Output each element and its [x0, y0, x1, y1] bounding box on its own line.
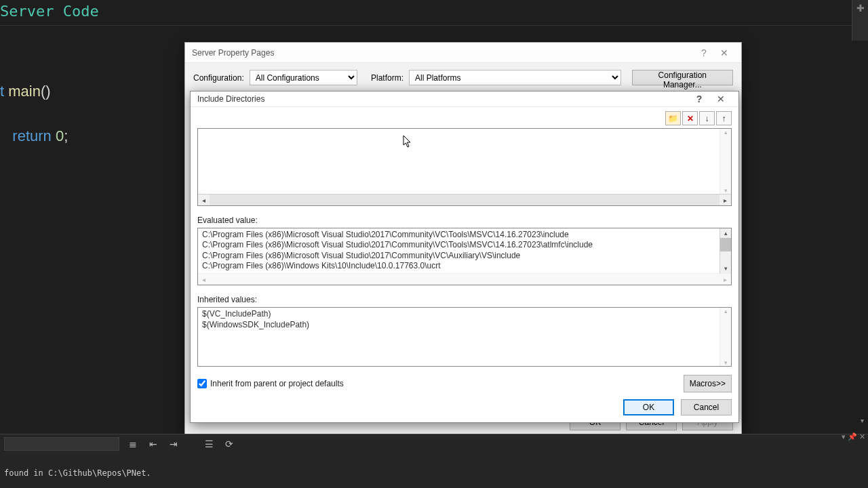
vertical-scrollbar[interactable]: ▴ ▾	[719, 228, 731, 273]
inherit-checkbox-text: Inherit from parent or project defaults	[210, 379, 344, 388]
semicolon: ;	[64, 127, 68, 144]
evaluated-path: C:\Program Files (x86)\Microsoft Visual …	[202, 251, 727, 261]
include-directories-dialog: Include Directories ? ✕ 📁 ✕ ↓ ↑ ▴▾ ◂ ▸ E…	[190, 91, 739, 423]
toolbar-icon[interactable]: ⟳	[222, 437, 236, 451]
inherited-values-box: $(VC_IncludePath) $(WindowsSDK_IncludePa…	[197, 307, 732, 367]
horizontal-scrollbar[interactable]: ◂ ▸	[198, 194, 731, 205]
return-value: 0	[56, 127, 64, 144]
inherit-checkbox-label[interactable]: Inherit from parent or project defaults	[197, 379, 344, 388]
return-keyword: return	[12, 127, 51, 144]
inherited-value: $(VC_IncludePath)	[202, 309, 727, 320]
scroll-left-icon[interactable]: ◂	[198, 197, 210, 204]
code-tab-title: Server Code	[0, 0, 868, 20]
help-button[interactable]: ?	[688, 94, 710, 104]
config-row: Configuration: All Configurations Platfo…	[185, 63, 741, 92]
evaluated-value-label: Evaluated value:	[197, 216, 732, 225]
scroll-right-icon[interactable]: ▸	[719, 197, 731, 204]
inherited-values-label: Inherited values:	[197, 295, 732, 304]
new-line-icon[interactable]: 📁	[665, 111, 681, 125]
platform-label: Platform:	[371, 73, 403, 83]
close-icon[interactable]: ✕	[714, 47, 734, 58]
horizontal-scrollbar[interactable]: ◂ ▸	[198, 273, 731, 285]
dialog-title: Server Property Pages	[192, 48, 274, 58]
panel-pin-icons[interactable]: ▾ 📌 ✕	[842, 432, 865, 441]
platform-select[interactable]: All Platforms	[409, 70, 621, 85]
help-button[interactable]: ?	[694, 47, 714, 58]
ok-button[interactable]: OK	[623, 399, 674, 415]
toolbar-icon[interactable]: ⇤	[146, 437, 160, 451]
vertical-scrollbar[interactable]: ▴▾	[719, 308, 731, 366]
close-icon[interactable]: ✕	[710, 94, 732, 104]
inherit-checkbox[interactable]	[197, 379, 207, 388]
scroll-down-icon[interactable]: ▾	[861, 417, 864, 424]
move-up-icon[interactable]: ↑	[716, 111, 732, 125]
code-text: ()	[41, 83, 51, 100]
scroll-left-icon[interactable]: ◂	[198, 276, 210, 283]
output-source-select[interactable]	[4, 437, 119, 451]
evaluated-path: C:\Program Files (x86)\Microsoft Visual …	[202, 230, 727, 240]
output-message: found in C:\Github\Repos\PNet.	[0, 468, 868, 478]
output-panel: ≣ ⇤ ⇥ ☰ ⟳ found in C:\Github\Repos\PNet.	[0, 434, 868, 488]
code-text: t	[0, 83, 8, 100]
code-text: main	[8, 83, 41, 100]
directories-editbox[interactable]: ▴▾ ◂ ▸	[197, 128, 732, 206]
list-toolbar: 📁 ✕ ↓ ↑	[197, 111, 732, 125]
macros-button[interactable]: Macros>>	[684, 375, 732, 392]
delete-icon[interactable]: ✕	[682, 111, 698, 125]
scroll-right-icon[interactable]: ▸	[719, 276, 731, 283]
evaluated-path: C:\Program Files (x86)\Windows Kits\10\I…	[202, 261, 727, 270]
move-down-icon[interactable]: ↓	[699, 111, 715, 125]
evaluated-path: C:\Program Files (x86)\Microsoft Visual …	[202, 240, 727, 250]
toolbar-icon[interactable]: ☰	[202, 437, 216, 451]
scroll-up-icon[interactable]: ▴	[720, 228, 731, 238]
evaluated-value-box: C:\Program Files (x86)\Microsoft Visual …	[197, 228, 732, 285]
scrollbar-thumb[interactable]	[720, 238, 731, 251]
configuration-manager-button[interactable]: Configuration Manager...	[632, 70, 733, 85]
vertical-scrollbar[interactable]: ▴▾	[719, 129, 731, 194]
scroll-down-icon[interactable]: ▾	[720, 264, 731, 273]
right-dock-icon[interactable]: ✚	[852, 0, 868, 41]
configuration-select[interactable]: All Configurations	[250, 70, 357, 85]
inner-titlebar: Include Directories ? ✕	[191, 92, 738, 107]
inner-dialog-title: Include Directories	[197, 94, 264, 104]
configuration-label: Configuration:	[193, 73, 244, 83]
dialog-titlebar: Server Property Pages ? ✕	[185, 43, 741, 63]
inherited-value: $(WindowsSDK_IncludePath)	[202, 320, 727, 331]
toolbar-icon[interactable]: ⇥	[167, 437, 180, 451]
output-toolbar: ≣ ⇤ ⇥ ☰ ⟳	[0, 434, 868, 453]
toolbar-icon[interactable]: ≣	[126, 437, 140, 451]
cancel-button[interactable]: Cancel	[681, 399, 732, 415]
